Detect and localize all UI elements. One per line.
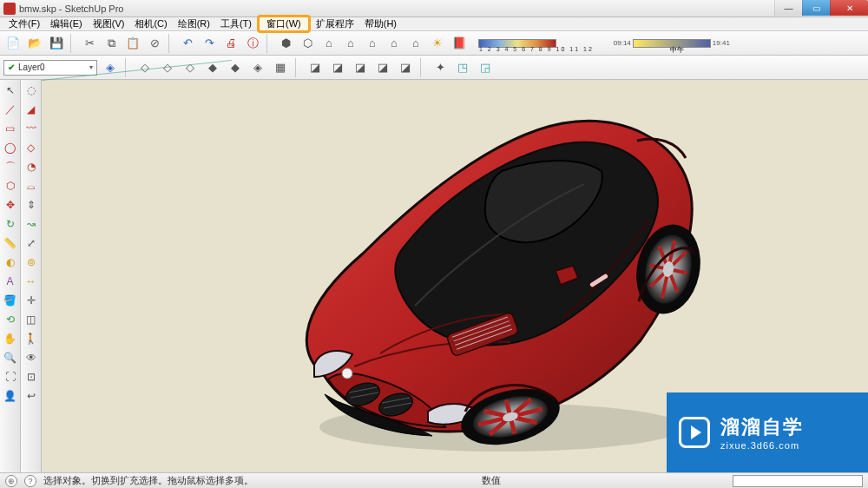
layer-dropdown[interactable]: ✔ Layer0 ▾ [3, 60, 97, 76]
model-info-button[interactable]: ⓘ [243, 34, 262, 53]
model-car[interactable] [241, 89, 727, 462]
followme-tool[interactable]: ↝ [23, 215, 40, 233]
measurement-label: 数值 [482, 474, 501, 487]
iso-view-2-button[interactable]: ◲ [476, 58, 495, 77]
print-button[interactable]: 🖨 [221, 34, 240, 53]
menu-ext[interactable]: 扩展程序 [311, 16, 359, 31]
chevron-down-icon: ▾ [89, 63, 93, 71]
save-button[interactable]: 💾 [47, 34, 66, 53]
menu-file[interactable]: 文件(F) [3, 16, 45, 31]
section-cut-button[interactable]: ◪ [351, 58, 370, 77]
hiddenline-button[interactable]: ◇ [181, 58, 200, 77]
walk-tool[interactable]: 🚶 [23, 330, 40, 347]
section-group-button[interactable]: ◪ [396, 58, 415, 77]
check-icon: ✔ [8, 63, 15, 72]
titlebar: bmw.skp - SketchUp Pro — ▭ ✕ [0, 0, 868, 17]
pie-tool[interactable]: ◔ [23, 158, 40, 175]
select-tool[interactable]: ↖ [2, 82, 19, 99]
minimize-button[interactable]: — [774, 0, 802, 16]
maximize-button[interactable]: ▭ [802, 0, 830, 16]
window-controls: — ▭ ✕ [774, 0, 868, 16]
menu-help[interactable]: 帮助(H) [359, 16, 402, 31]
copy-button[interactable]: ⧉ [102, 34, 121, 53]
section-fill-button[interactable]: ◪ [373, 58, 392, 77]
warehouse-button[interactable]: ⬢ [276, 34, 295, 53]
arc2-tool[interactable]: ⌓ [23, 177, 40, 195]
watermark-banner: 溜溜自学 zixue.3d66.com [667, 392, 868, 472]
new-file-button[interactable]: 📄 [3, 34, 23, 53]
open-file-button[interactable]: 📂 [25, 34, 44, 53]
position-camera-tool[interactable]: 👤 [2, 387, 19, 405]
monochrome-button[interactable]: ◈ [248, 58, 267, 77]
view-iso-button[interactable]: ⌂ [319, 34, 339, 53]
view-back-button[interactable]: ⌂ [406, 34, 425, 53]
tool-column-left: ↖ ／ ▭ ◯ ⌒ ⬡ ✥ ↻ 📏 ◐ A 🪣 ⟲ ✋ 🔍 ⛶ 👤 [0, 80, 21, 472]
text-tool[interactable]: A [2, 273, 19, 290]
section-tool[interactable]: ◫ [23, 311, 40, 328]
orbit-tool[interactable]: ⟲ [2, 311, 19, 328]
menubar: 文件(F) 编辑(E) 视图(V) 相机(C) 绘图(R) 工具(T) 窗口(W… [0, 17, 868, 31]
close-button[interactable]: ✕ [830, 0, 868, 16]
move-tool[interactable]: ✥ [2, 196, 19, 214]
lasso-tool[interactable]: ◌ [23, 82, 40, 99]
menu-edit[interactable]: 编辑(E) [45, 16, 88, 31]
scale-tool[interactable]: ⤢ [23, 234, 40, 252]
help-book-button[interactable]: 📕 [450, 34, 469, 53]
style-edit-button[interactable]: ▦ [271, 58, 290, 77]
zoom-extents-tool[interactable]: ⛶ [2, 368, 19, 386]
status-hint-icon[interactable]: ⊕ [5, 475, 17, 487]
tape-tool[interactable]: 📏 [2, 234, 19, 252]
rect-tool[interactable]: ▭ [2, 120, 19, 137]
dims-tool[interactable]: ↔ [23, 273, 40, 290]
redo-button[interactable]: ↷ [200, 34, 219, 53]
component-button[interactable]: ⬡ [298, 34, 317, 53]
watermark-brand: 溜溜自学 [720, 414, 804, 440]
svg-point-13 [342, 368, 352, 379]
eraser-tool[interactable]: ◢ [23, 101, 40, 118]
rotate-tool[interactable]: ↻ [2, 215, 19, 233]
line-tool[interactable]: ／ [2, 101, 19, 118]
xray-button[interactable]: ◇ [135, 58, 155, 77]
view-top-button[interactable]: ⌂ [341, 34, 360, 53]
view-side-button[interactable]: ⌂ [385, 34, 404, 53]
play-icon [679, 417, 710, 448]
menu-view[interactable]: 视图(V) [88, 16, 130, 31]
time-mid: 中午 [670, 45, 684, 55]
protractor-tool[interactable]: ◐ [2, 254, 19, 271]
cut-button[interactable]: ✂ [80, 34, 99, 53]
pushpull-tool[interactable]: ⇕ [23, 196, 40, 214]
pan-tool[interactable]: ✋ [2, 330, 19, 347]
look-tool[interactable]: 👁 [23, 349, 40, 366]
polygon-tool[interactable]: ⬡ [2, 177, 19, 195]
undo-button[interactable]: ↶ [178, 34, 197, 53]
menu-window[interactable]: 窗口(W) [257, 15, 311, 33]
app-icon [3, 3, 16, 15]
delete-button[interactable]: ⊘ [145, 34, 164, 53]
circle-tool[interactable]: ◯ [2, 139, 19, 156]
iso-view-1-button[interactable]: ◳ [453, 58, 472, 77]
menu-camera[interactable]: 相机(C) [129, 16, 172, 31]
menu-tools[interactable]: 工具(T) [215, 16, 257, 31]
time-left: 09:14 [614, 39, 631, 47]
statusbar: ⊕ ? 选择对象。切换到扩充选择。拖动鼠标选择多项。 数值 [0, 472, 868, 488]
section-display-button[interactable]: ◪ [328, 58, 347, 77]
measurement-input[interactable] [733, 475, 863, 487]
layer-name: Layer0 [18, 63, 45, 72]
arc-tool[interactable]: ⌒ [2, 158, 19, 175]
freehand-tool[interactable]: 〰 [23, 120, 40, 137]
offset-tool[interactable]: ⊚ [23, 254, 40, 271]
axis-orbit-button[interactable]: ✦ [431, 58, 450, 77]
zoom-window-tool[interactable]: ⊡ [23, 368, 40, 386]
zoom-tool[interactable]: 🔍 [2, 349, 19, 366]
rotated-rect-tool[interactable]: ◇ [23, 139, 40, 156]
section-plane-button[interactable]: ◪ [306, 58, 325, 77]
view-front-button[interactable]: ⌂ [363, 34, 382, 53]
status-help-icon[interactable]: ? [24, 475, 36, 487]
axes-tool[interactable]: ✛ [23, 292, 40, 309]
prev-view-tool[interactable]: ↩ [23, 387, 40, 405]
shadows-button[interactable]: ☀ [428, 34, 447, 53]
menu-draw[interactable]: 绘图(R) [173, 16, 215, 31]
separator [168, 34, 174, 53]
paste-button[interactable]: 📋 [123, 34, 142, 53]
paint-tool[interactable]: 🪣 [2, 292, 19, 309]
